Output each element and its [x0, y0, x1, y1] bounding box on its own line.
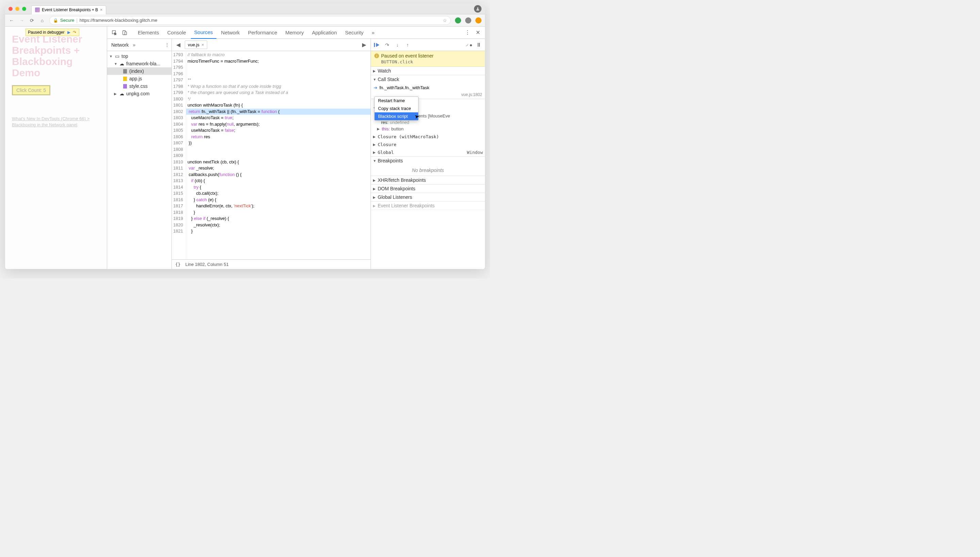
reload-icon[interactable]: ⟳ [29, 18, 35, 23]
pause-on-exceptions-icon[interactable]: ⏸ [475, 42, 482, 48]
cloud-icon: ☁ [119, 91, 125, 96]
tab-console[interactable]: Console [164, 26, 190, 39]
stack-frame[interactable]: ➔ fn._withTask.fn._withTask [371, 84, 485, 91]
bookmark-star-icon[interactable]: ☆ [443, 18, 447, 23]
dom-breakpoints-header[interactable]: ▶ DOM Breakpoints [371, 184, 485, 193]
caret-icon: ▶ [373, 150, 376, 154]
ctx-restart-frame[interactable]: Restart frame [375, 97, 418, 104]
tab-sources[interactable]: Sources [191, 26, 216, 39]
caret-icon: ▶ [373, 69, 376, 73]
back-icon[interactable]: ← [8, 18, 15, 23]
close-window-button[interactable] [8, 7, 13, 11]
tree-row-top[interactable]: ▼ ▭ top [107, 52, 172, 60]
extension-icon[interactable] [465, 17, 471, 23]
tab-security[interactable]: Security [342, 26, 367, 39]
more-navigator-tabs-icon[interactable]: » [133, 42, 135, 48]
extension-icon[interactable] [455, 17, 461, 23]
paused-badge-label: Paused in debugger [28, 30, 64, 35]
forward-icon[interactable]: → [19, 18, 25, 23]
global-listeners-section: ▶ Global Listeners [371, 193, 485, 202]
svg-point-0 [477, 8, 479, 9]
global-listeners-header[interactable]: ▶ Global Listeners [371, 193, 485, 201]
whats-new-link[interactable]: What's New In DevTools (Chrome 66) > Bla… [12, 116, 100, 128]
caret-icon: ▶ [377, 127, 380, 131]
tree-row-file[interactable]: (index) [107, 67, 172, 75]
address-bar: ← → ⟳ ⌂ 🔒 Secure | https://framework-bla… [5, 14, 485, 26]
profile-avatar-icon[interactable] [474, 5, 482, 13]
step-into-icon[interactable]: ↓ [394, 42, 401, 48]
extension-icon[interactable] [475, 17, 482, 23]
scope-variable[interactable]: ▶ this: button [371, 125, 485, 132]
no-breakpoints-label: No breakpoints [371, 165, 485, 176]
paused-target: BUTTON.click [381, 59, 482, 64]
event-listener-breakpoints-header[interactable]: ▶ Event Listener Breakpoints [371, 202, 485, 210]
devtools-menu-icon[interactable]: ⋮ [463, 28, 472, 37]
call-stack-section: ▼ Call Stack ➔ fn._withTask.fn._withTask… [371, 75, 485, 99]
xhr-breakpoints-header[interactable]: ▶ XHR/fetch Breakpoints [371, 176, 485, 184]
navigator-menu-icon[interactable]: ⋮ [165, 42, 169, 48]
inspect-element-icon[interactable] [110, 28, 119, 37]
step-out-icon[interactable]: ↑ [404, 42, 411, 48]
tree-row-file[interactable]: style.css [107, 82, 172, 90]
url-text: https://framework-blackboxing.glitch.me [80, 18, 157, 23]
favicon [35, 8, 40, 12]
editor-tabs: ◀ vue.js × ▶ [172, 39, 371, 51]
toggle-debugger-icon[interactable]: ▶ [360, 41, 368, 49]
tab-elements[interactable]: Elements [135, 26, 163, 39]
pretty-print-icon[interactable]: {} [175, 262, 181, 267]
device-toolbar-icon[interactable] [120, 28, 129, 37]
caret-icon: ▼ [373, 78, 376, 81]
ctx-copy-stack-trace[interactable]: Copy stack trace [375, 104, 418, 112]
scope-closure-header[interactable]: ▶ Closure [371, 141, 485, 148]
paused-in-debugger-overlay: Paused in debugger ▶ ↷ [26, 29, 79, 36]
breakpoints-header[interactable]: ▼ Breakpoints [371, 156, 485, 165]
secure-label: Secure [60, 18, 74, 23]
url-input[interactable]: 🔒 Secure | https://framework-blackboxing… [49, 16, 451, 25]
page-heading: Event Listener Breakpoints + Blackboxing… [12, 33, 100, 78]
watch-header[interactable]: ▶ Watch [371, 67, 485, 75]
xhr-breakpoints-section: ▶ XHR/fetch Breakpoints [371, 176, 485, 184]
caret-icon: ▶ [373, 135, 376, 138]
js-file-icon [122, 76, 128, 81]
code-editor[interactable]: 1793179417951796179717981799180018011802… [172, 51, 371, 259]
deactivate-breakpoints-icon[interactable]: ⟋● [465, 42, 472, 48]
scope-closure-header[interactable]: ▶ Closure (withMacroTask) [371, 133, 485, 141]
tab-application[interactable]: Application [308, 26, 340, 39]
more-tabs-icon[interactable]: » [368, 26, 378, 39]
call-stack-header[interactable]: ▼ Call Stack [371, 75, 485, 83]
step-over-icon[interactable]: ↷ [384, 42, 391, 48]
tree-row-domain[interactable]: ▶ ☁ unpkg.com [107, 90, 172, 98]
scope-global-header[interactable]: ▶ Global Window [371, 148, 485, 156]
browser-tab[interactable]: Event Listener Breakpoints + B × [31, 5, 106, 14]
tab-network[interactable]: Network [218, 26, 243, 39]
traffic-lights [8, 7, 26, 11]
paused-banner: i Paused on event listener BUTTON.click [371, 51, 485, 67]
minimize-window-button[interactable] [15, 7, 19, 11]
click-count-button[interactable]: Click Count: 5 [12, 85, 50, 95]
tree-row-domain[interactable]: ▼ ☁ framework-bla... [107, 60, 172, 67]
caret-icon: ▶ [373, 187, 376, 191]
tree-row-file[interactable]: app.js [107, 75, 172, 82]
content-area: Paused in debugger ▶ ↷ Event Listener Br… [5, 26, 485, 269]
file-tab-vue[interactable]: vue.js × [185, 41, 207, 49]
home-icon[interactable]: ⌂ [39, 18, 45, 23]
tab-memory[interactable]: Memory [282, 26, 307, 39]
caret-icon: ▶ [373, 143, 376, 147]
dom-breakpoints-section: ▶ DOM Breakpoints [371, 184, 485, 193]
step-over-icon[interactable]: ↷ [72, 30, 77, 35]
toggle-navigator-icon[interactable]: ◀ [174, 41, 183, 49]
close-file-icon[interactable]: × [201, 42, 204, 47]
context-menu: Restart frame Copy stack trace Blackbox … [374, 96, 419, 121]
maximize-window-button[interactable] [22, 7, 26, 11]
ctx-blackbox-script[interactable]: Blackbox script [375, 112, 418, 120]
current-frame-icon: ➔ [374, 85, 377, 90]
navigator-tab-network[interactable]: Network [109, 41, 131, 49]
caret-icon: ▼ [114, 62, 117, 66]
frame-location[interactable]: vue.js:1802 [461, 92, 482, 97]
close-tab-icon[interactable]: × [100, 8, 102, 12]
caret-icon: ▶ [373, 204, 376, 208]
tab-performance[interactable]: Performance [245, 26, 281, 39]
resume-icon[interactable] [374, 42, 380, 47]
resume-icon[interactable]: ▶ [67, 30, 71, 35]
close-devtools-icon[interactable]: ✕ [473, 28, 482, 37]
